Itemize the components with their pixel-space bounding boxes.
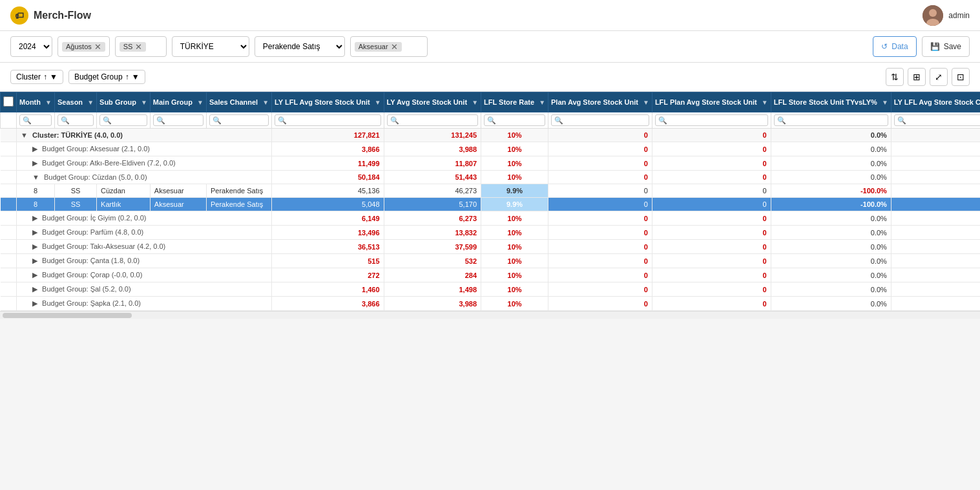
expand-icon[interactable]: ▶ [32,159,37,167]
lfl-rate-cell: 10% [481,254,548,268]
table-row[interactable]: ▶ Budget Group: İç Giyim (0.2, 0.0) 6,14… [1,211,981,226]
budget-group-filter-btn[interactable]: Budget Group ↑ ▼ [68,70,145,84]
ly-avg-filter-icon[interactable]: ▼ [472,99,478,106]
data-button[interactable]: ↺ Data [873,36,916,57]
search-subgroup-input[interactable] [99,114,147,126]
table-row[interactable]: ▶ Budget Group: Şal (5.2, 0.0) 1,460 1,4… [1,282,981,297]
region-select[interactable]: TÜRKİYE EUROPE [172,36,249,57]
season-cell: SS [54,198,96,211]
filter-bar: 2024 2023 2025 Ağustos ✕ SS ✕ TÜRKİYE EU… [0,31,980,63]
search-month-input[interactable] [19,114,52,126]
budget-group-label-cell: ▶ Budget Group: Şal (5.2, 0.0) [17,282,272,297]
search-lfl-plan-input[interactable] [655,114,768,126]
search-ly-lfl-input[interactable] [275,114,381,126]
table-row[interactable]: 8 SS Kartlık Aksesuar Perakende Satış 5,… [1,198,981,211]
month-tag-remove[interactable]: ✕ [94,43,101,51]
ly-lfl-cell: 45,136 [272,184,384,198]
ly-avg-cell: 51,443 [384,171,481,184]
expand-icon[interactable]: ▶ [32,271,37,279]
horizontal-scrollbar[interactable] [0,311,980,319]
season-filter: SS ✕ [115,36,167,57]
saleschannel-filter-icon[interactable]: ▼ [262,99,269,106]
search-tyvs-input[interactable] [774,114,888,126]
table-row[interactable]: ▶ Budget Group: Çorap (-0.0, 0.0) 272 28… [1,268,981,282]
plan-avg-filter-icon[interactable]: ▼ [643,99,649,106]
table-row[interactable]: ▼ Budget Group: Cüzdan (5.0, 0.0) 50,184… [1,171,981,184]
search-plan-avg-input[interactable] [551,114,649,126]
lfl-rate-cell: 10% [481,226,548,240]
lfl-tyvs-filter-icon[interactable]: ▼ [882,99,888,106]
table-row[interactable]: 8 SS Cüzdan Aksesuar Perakende Satış 45,… [1,184,981,198]
expand-icon[interactable]: ▶ [32,299,37,307]
lfl-plan-cell: 0 [652,156,771,171]
season-tag-remove[interactable]: ✕ [135,43,142,51]
table-row[interactable]: ▶ Budget Group: Çanta (1.8, 0.0) 515 532… [1,254,981,268]
expand-icon[interactable]: ▶ [32,242,37,250]
select-all-checkbox[interactable] [3,96,14,107]
tyvs-cell: 0.0% [771,297,891,311]
expand-icon[interactable]: ▶ [32,214,37,222]
search-season-input[interactable] [57,114,94,126]
export-btn[interactable]: ⊡ [952,68,970,86]
expand-icon[interactable]: ▶ [32,228,37,236]
lfl-plan-cell: 0 [652,240,771,254]
ly-lfl-cell: 6,149 [272,211,384,226]
lfl-plan-avg-filter-icon[interactable]: ▼ [762,99,768,106]
lfl-plan-cell: 0 [652,226,771,240]
search-row [1,112,981,129]
fullscreen-btn[interactable]: ⤢ [930,68,948,86]
collapse-icon[interactable]: ▼ [21,131,28,139]
month-filter-icon[interactable]: ▼ [45,99,52,106]
settings-btn[interactable]: ⊞ [908,68,926,86]
cluster-filter-btn[interactable]: Cluster ↑ ▼ [10,70,63,84]
table-row[interactable]: ▶ Budget Group: Parfüm (4.8, 0.0) 13,496… [1,226,981,240]
search-ly-lfl-cost-input[interactable] [894,114,980,126]
lfl-plan-cell: 0 [652,184,771,198]
search-season-cell [54,112,96,129]
subgroup-cell: Kartlık [97,198,151,211]
expand-icon[interactable]: ▶ [32,257,37,264]
plan-avg-cell: 0 [548,282,652,297]
search-lfl-plan-cell [652,112,771,129]
expand-collapse-btn[interactable]: ⇅ [886,68,904,86]
row-checkbox-cell [1,156,17,171]
lfl-rate-cell: 10% [481,142,548,156]
search-maingroup-input[interactable] [153,114,203,126]
table-row[interactable]: ▶ Budget Group: Takı-Aksesuar (4.2, 0.0)… [1,240,981,254]
row-checkbox-cell [1,226,17,240]
collapse-icon[interactable]: ▼ [32,173,39,181]
ly-lfl-cost-cell: 413,447 [891,198,980,211]
table-row[interactable]: ▼ Cluster: TÜRKİYE (4.0, 0.0) 127,821 13… [1,129,981,142]
lfl-rate-filter-icon[interactable]: ▼ [539,99,545,106]
ly-lfl-avg-filter-icon[interactable]: ▼ [375,99,381,106]
lfl-plan-cell: 0 [652,282,771,297]
season-filter-icon[interactable]: ▼ [87,99,94,106]
expand-icon[interactable]: ▶ [32,145,37,153]
search-lfl-rate-input[interactable] [484,114,545,126]
maingroup-filter-icon[interactable]: ▼ [197,99,203,106]
row-checkbox-cell [1,268,17,282]
category-tag-remove[interactable]: ✕ [391,43,398,51]
search-channel-input[interactable] [209,114,269,126]
channel-cell: Perakende Satış [206,184,271,198]
channel-select[interactable]: Perakende Satış Online [255,36,345,57]
row-checkbox-cell [1,198,17,211]
row-checkbox-cell [1,184,17,198]
plan-avg-cell: 0 [548,184,652,198]
year-select[interactable]: 2024 2023 2025 [10,36,52,57]
table-row[interactable]: ▶ Budget Group: Şapka (2.1, 0.0) 3,866 3… [1,297,981,311]
table-row[interactable]: ▶ Budget Group: Aksesuar (2.1, 0.0) 3,86… [1,142,981,156]
ly-lfl-cost-cell: 692,582 [891,171,980,184]
save-button[interactable]: 💾 Save [922,36,970,57]
search-channel-cell [206,112,271,129]
budget-group-sort-icon: ↑ [125,72,129,81]
table-row[interactable]: ▶ Budget Group: Atkı-Bere-Eldiven (7.2, … [1,156,981,171]
plan-avg-cell: 0 [548,198,652,211]
expand-icon[interactable]: ▶ [32,285,37,293]
ly-avg-cell: 6,273 [384,211,481,226]
search-month-cell [17,112,55,129]
subgroup-filter-icon[interactable]: ▼ [141,99,147,106]
scrollbar-thumb[interactable] [3,313,132,318]
app-title: Merch-Flow [34,10,91,21]
search-ly-avg-input[interactable] [387,114,478,126]
